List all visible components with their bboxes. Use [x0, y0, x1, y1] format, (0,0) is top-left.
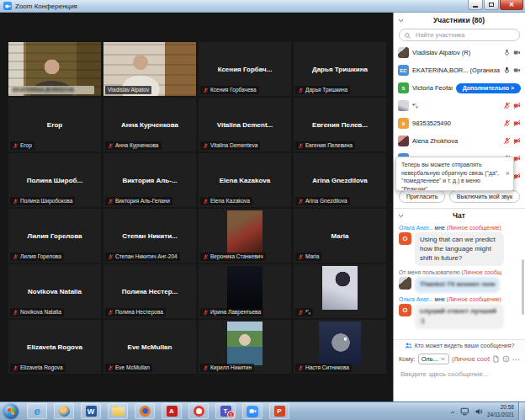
- video-tile[interactable]: Степан Никити...Степан Никитич Анг-204: [103, 209, 196, 263]
- more-button[interactable]: Дополнительно >: [456, 83, 521, 93]
- tile-name-label: Виктория Аль-Гелани: [105, 197, 172, 205]
- muted-mic-icon: [13, 310, 19, 316]
- video-tile[interactable]: Vladislav Alpatov: [103, 42, 196, 96]
- participant-row[interactable]: Vladislav Alpatov (R): [394, 44, 525, 61]
- video-tile[interactable]: Лилия ГореловаЛилия Горелова: [8, 209, 101, 263]
- taskbar: eWAT1P 20:58 24/11/2021: [0, 401, 525, 420]
- participant-name: *'ᵧ: [412, 102, 500, 109]
- volume-icon[interactable]: [475, 404, 483, 419]
- taskbar-word-icon[interactable]: W: [81, 403, 101, 419]
- taskbar-acrobat-icon[interactable]: A: [162, 403, 182, 419]
- video-tile[interactable]: Ксения Горбач...Ксения Горбачева: [199, 42, 291, 96]
- participant-row[interactable]: *'ᵧ: [394, 97, 525, 114]
- participant-status-icons: [503, 102, 521, 109]
- video-tile[interactable]: ЕгорЕгор: [8, 98, 101, 152]
- muted-mic-icon: [298, 254, 304, 260]
- show-desktop-button[interactable]: [518, 402, 524, 420]
- profile-picture: [227, 210, 262, 254]
- video-tile[interactable]: EKATERINA,BORISOVA: [8, 42, 101, 96]
- windows-flag-icon: [8, 407, 14, 415]
- video-tile[interactable]: Elizaveta RogovaElizaveta Rogova: [8, 320, 101, 374]
- participant-row[interactable]: 998353525490: [394, 114, 525, 132]
- sender-name: Ольга Анат...: [399, 296, 433, 302]
- sender-name: От меня пользователю: [399, 269, 460, 275]
- participant-row[interactable]: Alena Zhokhova: [394, 132, 525, 150]
- video-tile[interactable]: MariaMaria: [294, 209, 386, 263]
- chat-message: Ольга Анат... мне (Личное сообщение)Oслу…: [399, 296, 518, 329]
- participant-row[interactable]: ECEKATERINA,BOR... (Организатор): [394, 61, 525, 79]
- tile-name-label: Vladislav Alpatov: [105, 86, 151, 94]
- reactions-tooltip: Теперь вы можете отправлять невербальную…: [395, 157, 514, 191]
- video-tile[interactable]: Дарья ТришкинаДарья Тришкина: [294, 42, 386, 96]
- who-can-see-link[interactable]: Кто может видеть ваши сообщения?: [394, 339, 525, 351]
- chat-scrollbar[interactable]: [522, 259, 524, 315]
- search-input[interactable]: [414, 30, 515, 40]
- video-tile[interactable]: Евгения Пелев...Евгения Пелевина: [294, 98, 386, 152]
- cam-off-icon: [513, 155, 521, 162]
- recipient-dropdown[interactable]: Оль...: [418, 354, 449, 364]
- video-tile[interactable]: Виктория Аль-...Виктория Аль-Гелани: [103, 153, 196, 207]
- taskbar-internet-explorer-icon[interactable]: e: [27, 403, 47, 419]
- taskbar-media-player-icon[interactable]: [54, 403, 74, 419]
- taskbar-file-explorer-icon[interactable]: [108, 403, 128, 419]
- hidden-icons-caret-icon[interactable]: [449, 404, 456, 419]
- participant-name: EKATERINA,BOR... (Организатор): [412, 66, 500, 74]
- video-tile[interactable]: Кирилл Никитин: [199, 320, 291, 374]
- video-tile[interactable]: Ирина Лаврентьева: [199, 264, 291, 318]
- chat-compose: Кому: Оль... (Личное сообщение ⋯: [394, 351, 525, 380]
- video-tile[interactable]: *'ᵧ: [294, 264, 386, 318]
- video-tile[interactable]: Arina GnezdilovaArina Gnezdilova: [294, 153, 386, 207]
- private-message-label: (Личное сообщение): [447, 225, 501, 231]
- mute-my-audio-button[interactable]: Выключить мой звук: [449, 190, 520, 203]
- minimize-button[interactable]: [468, 0, 483, 10]
- tray-clock[interactable]: 20:58 24/11/2021: [487, 404, 514, 418]
- message-bubble: Thanks! I'll answer now: [415, 277, 500, 293]
- start-button[interactable]: [3, 404, 19, 419]
- file-icon[interactable]: [492, 355, 500, 363]
- tile-name-label: Кирилл Никитин: [200, 364, 254, 372]
- participants-title: Участники (80): [405, 16, 513, 24]
- participant-row[interactable]: SVictoria Feofan...Дополнительно >: [394, 79, 525, 97]
- sender-name: Ольга Анат...: [399, 225, 433, 231]
- muted-mic-icon: [203, 254, 209, 260]
- taskbar-firefox-icon[interactable]: [135, 403, 155, 419]
- profile-picture: [227, 322, 262, 365]
- emoji-icon[interactable]: [502, 355, 510, 363]
- who-can-see-label: Кто может видеть ваши сообщения?: [415, 343, 515, 348]
- tile-name-label: Лилия Горелова: [10, 253, 64, 261]
- network-display-icon[interactable]: [460, 404, 470, 419]
- maximize-button[interactable]: [484, 0, 499, 10]
- muted-mic-icon: [108, 143, 114, 149]
- message-header: От меня пользователю (Личное сообщ: [399, 269, 518, 275]
- video-grid-area: EKATERINA,BORISOVAVladislav AlpatovКсени…: [0, 13, 393, 401]
- video-tile[interactable]: Полина Широб...Полина Широбокова: [8, 153, 101, 207]
- video-tile[interactable]: Вероника Станкевич: [199, 209, 291, 263]
- tile-name-label: Анна Курченкова: [105, 141, 162, 150]
- participant-name: Victoria Feofan...: [412, 84, 453, 92]
- cam-off-icon: [513, 137, 521, 145]
- message-input[interactable]: [399, 369, 520, 379]
- video-tile[interactable]: Elena KazakovaElena Kazakova: [199, 153, 291, 207]
- tooltip-close-icon[interactable]: ×: [506, 170, 510, 178]
- muted-mic-icon: [13, 143, 19, 149]
- invite-button[interactable]: Пригласить: [399, 190, 445, 203]
- taskbar-teams-icon[interactable]: T1: [215, 403, 236, 419]
- chat-collapse-icon[interactable]: [397, 212, 405, 220]
- taskbar-opera-icon[interactable]: [188, 403, 209, 419]
- desktop-screen: Zoom Конференция ✕ EKATERINA,BORISOVAVla…: [0, 0, 525, 420]
- video-tile[interactable]: Eve McMullanEve McMullan: [103, 320, 196, 374]
- close-button[interactable]: ✕: [500, 0, 523, 10]
- participant-search: [399, 29, 520, 41]
- video-tile[interactable]: Полина Нестер...Полина Нестерова: [103, 264, 196, 318]
- video-tile[interactable]: Настя Ситникова: [294, 320, 386, 374]
- chat-message: Ольга Анат... мне (Личное сообщение)OUsi…: [399, 225, 518, 266]
- muted-mic-icon: [108, 365, 114, 371]
- taskbar-zoom-icon[interactable]: [242, 403, 262, 419]
- video-tile[interactable]: Vitalina Dement...Vitalina Dementeva: [199, 98, 291, 152]
- video-tile[interactable]: Novikova NataliaNovikova Natalia: [8, 264, 101, 318]
- muted-mic-icon: [298, 310, 304, 316]
- video-tile[interactable]: Анна КурченковаАнна Курченкова: [103, 98, 196, 152]
- more-options-icon[interactable]: ⋯: [512, 357, 520, 362]
- participants-collapse-icon[interactable]: [397, 17, 405, 24]
- taskbar-powerpoint-icon[interactable]: P: [269, 403, 289, 419]
